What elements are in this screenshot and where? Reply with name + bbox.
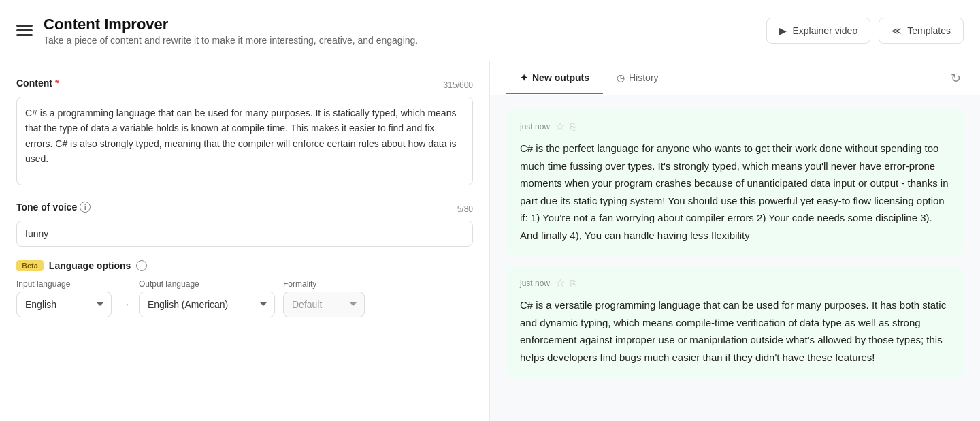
tabs: ✦ New outputs ◷ History xyxy=(506,63,672,93)
formality-select[interactable]: Default Formal Informal xyxy=(283,292,365,317)
header-title: Content Improver Take a piece of content… xyxy=(44,16,418,46)
star-icon[interactable]: ☆ xyxy=(555,120,565,133)
tone-field-header: Tone of voice i 5/80 xyxy=(16,202,473,217)
output-language-select[interactable]: English (American) English (British) Spa… xyxy=(139,292,275,317)
star-icon[interactable]: ☆ xyxy=(555,277,565,290)
output-language-field: Output language English (American) Engli… xyxy=(139,279,275,317)
output-card: just now ☆ ⎘ C# is the perfect language … xyxy=(506,109,964,255)
new-outputs-icon: ✦ xyxy=(520,72,528,83)
tab-history[interactable]: ◷ History xyxy=(603,63,672,94)
left-panel: Content * 315/600 C# is a programming la… xyxy=(0,61,490,421)
explainer-video-button[interactable]: ▶ Explainer video xyxy=(766,18,870,44)
language-options-label: Language options xyxy=(49,260,131,271)
output-text: C# is a versatile programming language t… xyxy=(520,296,950,366)
content-label: Content * xyxy=(16,78,59,89)
content-field-header: Content * 315/600 xyxy=(16,78,473,93)
input-language-field: Input language English Spanish French Ge… xyxy=(16,279,112,317)
output-card: just now ☆ ⎘ C# is a versatile programmi… xyxy=(506,266,964,377)
output-meta: just now ☆ ⎘ xyxy=(520,277,950,290)
tone-section: Tone of voice i 5/80 xyxy=(16,202,473,247)
language-options-section: Beta Language options i Input language E… xyxy=(16,260,473,317)
tone-info-icon[interactable]: i xyxy=(80,202,91,213)
header-right: ▶ Explainer video ≪ Templates xyxy=(766,18,964,44)
tab-new-outputs[interactable]: ✦ New outputs xyxy=(506,63,603,94)
header-left: Content Improver Take a piece of content… xyxy=(16,16,418,46)
outputs-area: just now ☆ ⎘ C# is the perfect language … xyxy=(490,95,980,421)
menu-icon[interactable] xyxy=(16,25,33,36)
content-field: Content * 315/600 C# is a programming la… xyxy=(16,78,473,188)
templates-button[interactable]: ≪ Templates xyxy=(879,18,964,44)
main-layout: Content * 315/600 C# is a programming la… xyxy=(0,61,980,421)
formality-label: Formality xyxy=(283,279,365,289)
input-language-select[interactable]: English Spanish French German xyxy=(16,292,112,317)
tab-history-label: History xyxy=(629,72,659,83)
app-subtitle: Take a piece of content and rewrite it t… xyxy=(44,35,418,46)
tabs-bar: ✦ New outputs ◷ History ↻ xyxy=(490,61,980,95)
video-icon: ▶ xyxy=(779,25,787,36)
output-meta: just now ☆ ⎘ xyxy=(520,120,950,133)
content-char-count: 315/600 xyxy=(444,80,473,90)
output-time: just now xyxy=(520,122,550,131)
tone-char-count: 5/80 xyxy=(457,204,473,214)
copy-icon[interactable]: ⎘ xyxy=(570,121,576,132)
input-lang-label: Input language xyxy=(16,279,112,289)
templates-label: Templates xyxy=(907,25,951,36)
lang-header: Beta Language options i xyxy=(16,260,473,271)
tone-label: Tone of voice i xyxy=(16,202,91,213)
language-row: Input language English Spanish French Ge… xyxy=(16,279,473,317)
app-header: Content Improver Take a piece of content… xyxy=(0,0,980,61)
right-panel: ✦ New outputs ◷ History ↻ just now ☆ ⎘ C… xyxy=(490,61,980,421)
output-time: just now xyxy=(520,279,550,288)
content-textarea[interactable]: C# is a programming language that can be… xyxy=(16,97,473,185)
explainer-video-label: Explainer video xyxy=(792,25,858,36)
output-lang-label: Output language xyxy=(139,279,275,289)
copy-icon[interactable]: ⎘ xyxy=(570,278,576,289)
language-info-icon[interactable]: i xyxy=(136,260,147,271)
output-text: C# is the perfect language for anyone wh… xyxy=(520,140,950,244)
refresh-button[interactable]: ↻ xyxy=(948,68,964,89)
history-icon: ◷ xyxy=(617,72,625,83)
arrow-right-icon: → xyxy=(120,298,131,317)
beta-badge: Beta xyxy=(16,260,44,271)
formality-field: Formality Default Formal Informal xyxy=(283,279,365,317)
tab-new-outputs-label: New outputs xyxy=(532,72,589,83)
tone-input[interactable] xyxy=(16,221,473,247)
templates-icon: ≪ xyxy=(892,25,902,36)
app-title: Content Improver xyxy=(44,16,418,33)
